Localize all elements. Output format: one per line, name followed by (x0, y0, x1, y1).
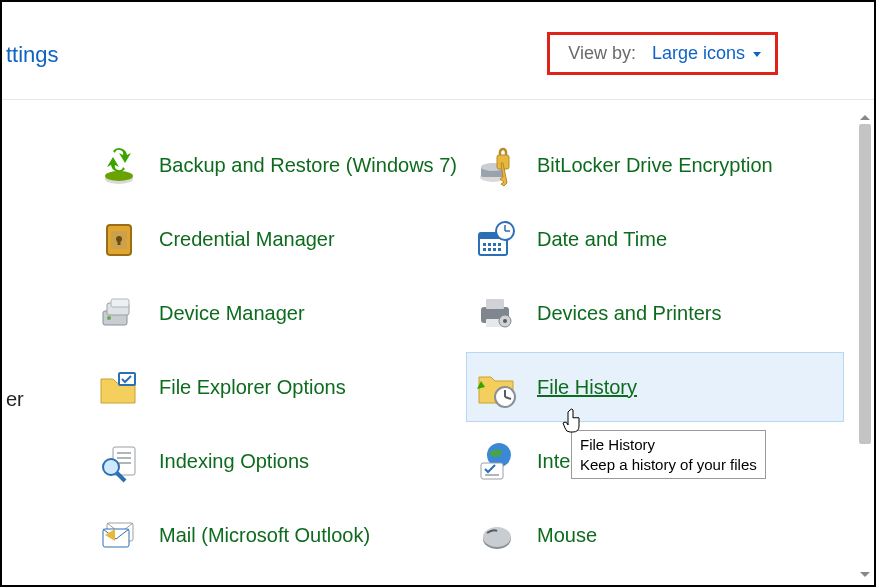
svg-rect-16 (483, 248, 486, 251)
item-label[interactable]: Credential Manager (159, 227, 335, 252)
item-file-history[interactable]: File History (466, 352, 844, 422)
svg-rect-17 (488, 248, 491, 251)
item-label[interactable]: BitLocker Drive Encryption (537, 153, 773, 178)
tooltip-body: Keep a history of your files (580, 455, 757, 475)
control-panel-items: Backup and Restore (Windows 7) BitLocker… (88, 130, 844, 570)
device-manager-icon (97, 291, 141, 335)
mouse-icon (475, 513, 519, 557)
vertical-scrollbar[interactable] (858, 110, 872, 581)
pointer-hand-cursor (562, 408, 584, 434)
item-credential-manager[interactable]: Credential Manager (88, 204, 466, 274)
page-title-fragment: ttings (6, 42, 59, 68)
header: ttings View by: Large icons (2, 2, 874, 100)
item-label[interactable]: File Explorer Options (159, 375, 346, 400)
item-devices-and-printers[interactable]: Devices and Printers (466, 278, 844, 348)
devices-printers-icon (475, 291, 519, 335)
svg-rect-13 (488, 243, 491, 246)
item-label[interactable]: File History (537, 375, 637, 400)
tooltip-title: File History (580, 435, 757, 455)
svg-rect-43 (481, 463, 503, 479)
chevron-down-icon (753, 52, 761, 57)
item-label[interactable]: Inte (537, 449, 570, 474)
view-by-dropdown[interactable]: Large icons (652, 43, 761, 64)
scroll-thumb[interactable] (859, 124, 871, 444)
mail-icon (97, 513, 141, 557)
sidebar-text-fragment: er (6, 388, 24, 411)
file-history-icon (475, 365, 519, 409)
view-by-label: View by: (568, 43, 636, 64)
svg-rect-28 (486, 299, 504, 309)
svg-point-1 (105, 171, 133, 181)
item-device-manager[interactable]: Device Manager (88, 278, 466, 348)
item-label[interactable]: Mail (Microsoft Outlook) (159, 523, 370, 548)
svg-rect-15 (498, 243, 501, 246)
item-indexing-options[interactable]: Indexing Options (88, 426, 466, 496)
indexing-options-icon (97, 439, 141, 483)
svg-rect-12 (483, 243, 486, 246)
item-date-and-time[interactable]: Date and Time (466, 204, 844, 274)
view-by-highlight: View by: Large icons (547, 32, 778, 75)
svg-point-26 (107, 316, 111, 320)
item-backup-and-restore[interactable]: Backup and Restore (Windows 7) (88, 130, 466, 200)
internet-options-icon (475, 439, 519, 483)
date-time-icon (475, 217, 519, 261)
svg-point-31 (503, 319, 507, 323)
item-bitlocker-drive-encryption[interactable]: BitLocker Drive Encryption (466, 130, 844, 200)
credential-manager-icon (97, 217, 141, 261)
scroll-down-button[interactable] (858, 567, 872, 581)
scroll-up-button[interactable] (858, 110, 872, 124)
bitlocker-icon (475, 143, 519, 187)
item-label[interactable]: Mouse (537, 523, 597, 548)
svg-point-40 (103, 459, 119, 475)
item-file-explorer-options[interactable]: File Explorer Options (88, 352, 466, 422)
svg-rect-19 (498, 248, 501, 251)
tooltip: File History Keep a history of your file… (571, 430, 766, 479)
item-label[interactable]: Device Manager (159, 301, 305, 326)
svg-rect-9 (118, 239, 121, 245)
item-label[interactable]: Indexing Options (159, 449, 309, 474)
backup-restore-icon (97, 143, 141, 187)
item-label[interactable]: Date and Time (537, 227, 667, 252)
svg-rect-14 (493, 243, 496, 246)
svg-rect-25 (111, 299, 129, 307)
svg-rect-18 (493, 248, 496, 251)
file-explorer-options-icon (97, 365, 141, 409)
control-panel-body: er Backup and Restore (Windows 7) (2, 100, 874, 585)
item-mouse[interactable]: Mouse (466, 500, 844, 570)
view-by-value: Large icons (652, 43, 745, 64)
item-label[interactable]: Devices and Printers (537, 301, 722, 326)
item-mail[interactable]: Mail (Microsoft Outlook) (88, 500, 466, 570)
scroll-track[interactable] (858, 124, 872, 567)
item-label[interactable]: Backup and Restore (Windows 7) (159, 153, 457, 178)
